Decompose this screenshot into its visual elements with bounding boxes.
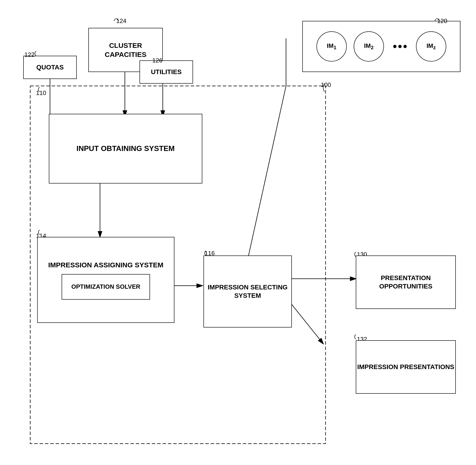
input-obtaining-box: INPUT OBTAINING SYSTEM [49, 114, 202, 183]
ref-110: 110 [36, 89, 46, 97]
svg-line-10 [246, 86, 286, 265]
optimization-solver-label: OPTIMIZATION SOLVER [71, 283, 140, 291]
im2-node: IM2 [354, 31, 384, 62]
impression-presentations-label: IMPRESSION PRESENTATIONS [357, 363, 454, 371]
im-dot-1 [393, 45, 397, 48]
impression-selecting-box: IMPRESSION SELECTING SYSTEM [203, 255, 292, 328]
quotas-label: QUOTAS [36, 63, 64, 72]
im2-label: IM2 [364, 42, 374, 51]
utilities-box: UTILITIES [140, 60, 193, 84]
imz-label: IMz [426, 42, 436, 51]
presentation-opportunities-box: PRESENTATION OPPORTUNITIES [356, 255, 456, 309]
diagram-container: CLUSTER CAPACITIES 124 QUOTAS 122 UTILIT… [0, 0, 476, 465]
im-dots [393, 45, 407, 48]
impression-assigning-label: IMPRESSION ASSIGNING SYSTEM [48, 260, 164, 269]
quotas-box: QUOTAS [23, 56, 77, 79]
cluster-capacities-label: CLUSTER CAPACITIES [89, 41, 162, 59]
im1-node: IM1 [317, 31, 347, 62]
im1-label: IM1 [327, 42, 336, 51]
ref-124: 124 [116, 17, 126, 25]
impression-assigning-box: IMPRESSION ASSIGNING SYSTEM OPTIMIZATION… [37, 237, 174, 323]
input-obtaining-label: INPUT OBTAINING SYSTEM [77, 144, 175, 154]
imz-node: IMz [416, 31, 446, 62]
ref-120: 120 [437, 17, 447, 25]
impression-presentations-box: IMPRESSION PRESENTATIONS [356, 340, 456, 394]
optimization-solver-box: OPTIMIZATION SOLVER [62, 274, 150, 300]
ref-122: 122 [24, 51, 34, 58]
presentation-opportunities-label: PRESENTATION OPPORTUNITIES [356, 274, 455, 291]
impression-selecting-label: IMPRESSION SELECTING SYSTEM [204, 283, 291, 300]
im-dot-3 [403, 45, 407, 48]
utilities-label: UTILITIES [151, 68, 182, 76]
ref-126: 126 [152, 57, 162, 64]
ref-100: 100 [321, 81, 331, 88]
im-nodes-box: IM1 IM2 IMz [302, 21, 460, 72]
im-dot-2 [398, 45, 402, 48]
